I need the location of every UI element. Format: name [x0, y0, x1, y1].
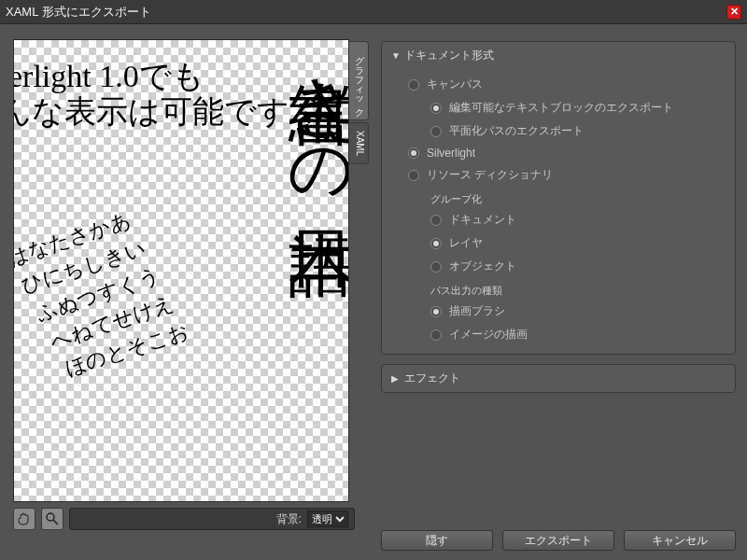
radio-icon [430, 126, 442, 137]
side-tab-strip: グラフィック XAML [349, 41, 369, 164]
radio-label: 平面化パスのエクスポート [449, 123, 584, 139]
window-title: XAML 形式にエクスポート [6, 4, 726, 21]
background-label: 背景: [276, 511, 302, 527]
section-path-output-label: パス出力の種類 [393, 278, 733, 300]
preview-text-line2: んな表示は可能です [13, 91, 289, 133]
radio-label: キャンバス [427, 77, 483, 92]
magnifier-icon [45, 511, 60, 526]
cancel-button[interactable]: キャンセル [624, 530, 736, 551]
background-dropdown[interactable]: 透明 [307, 511, 348, 527]
hand-tool-button[interactable] [13, 508, 35, 530]
radio-icon [430, 306, 442, 317]
radio-label: ドキュメント [449, 212, 516, 228]
radio-icon [408, 170, 419, 181]
radio-label: レイヤ [449, 235, 483, 251]
titlebar: XAML 形式にエクスポート ✕ [0, 0, 747, 24]
radio-group-document[interactable]: ドキュメント [393, 208, 733, 231]
radio-icon [408, 79, 419, 91]
radio-label: 編集可能なテキストブロックのエクスポート [449, 100, 673, 116]
preview-canvas[interactable]: erlight 1.0でも んな表示は可能です 縦書きの日本語 はなたさかあ ひ… [13, 39, 349, 502]
zoom-tool-button[interactable] [41, 508, 63, 530]
radio-resource-dictionary[interactable]: リソース ディクショナリ [393, 163, 733, 187]
panel-title: ドキュメント形式 [404, 48, 494, 63]
radio-icon [430, 215, 442, 226]
radio-icon [430, 103, 442, 114]
panel-header-document-format[interactable]: ▼ ドキュメント形式 [382, 42, 735, 69]
radio-path-image[interactable]: イメージの描画 [393, 323, 733, 346]
radio-canvas[interactable]: キャンバス [393, 73, 733, 96]
radio-group-object[interactable]: オブジェクト [393, 255, 733, 278]
radio-icon [430, 261, 442, 273]
radio-silverlight[interactable]: Silverlight [393, 143, 733, 163]
panel-header-effect[interactable]: ▶ エフェクト [382, 365, 735, 392]
radio-group-layer[interactable]: レイヤ [393, 231, 733, 255]
radio-icon [430, 238, 442, 249]
hand-icon [17, 511, 32, 526]
radio-icon [408, 147, 419, 159]
radio-canvas-flatten-paths[interactable]: 平面化パスのエクスポート [393, 119, 733, 143]
svg-line-1 [53, 520, 58, 525]
tab-graphic[interactable]: グラフィック [349, 41, 369, 120]
radio-canvas-editable-text[interactable]: 編集可能なテキストブロックのエクスポート [393, 96, 733, 119]
radio-label: Silverlight [427, 147, 475, 160]
hide-button[interactable]: 隠す [381, 530, 493, 551]
disclosure-right-icon: ▶ [391, 373, 401, 384]
panel-title: エフェクト [404, 371, 460, 386]
panel-effect: ▶ エフェクト [381, 364, 736, 393]
radio-icon [430, 329, 442, 341]
disclosure-down-icon: ▼ [391, 50, 401, 61]
radio-label: 描画ブラシ [449, 303, 505, 319]
svg-point-0 [47, 513, 54, 521]
section-grouping-label: グループ化 [393, 187, 733, 208]
preview-vertical-text: 縦書きの日本語 [286, 39, 349, 180]
radio-path-brush[interactable]: 描画ブラシ [393, 300, 733, 323]
close-button[interactable]: ✕ [726, 5, 741, 20]
export-button[interactable]: エクスポート [502, 530, 614, 551]
tab-xaml[interactable]: XAML [349, 122, 369, 164]
radio-label: オブジェクト [449, 259, 516, 274]
panel-document-format: ▼ ドキュメント形式 キャンバス 編集可能なテキストブロックのエクスポート 平面… [381, 41, 736, 355]
radio-label: リソース ディクショナリ [427, 167, 553, 183]
radio-label: イメージの描画 [449, 327, 528, 343]
background-selector: 背景: 透明 [69, 508, 355, 530]
